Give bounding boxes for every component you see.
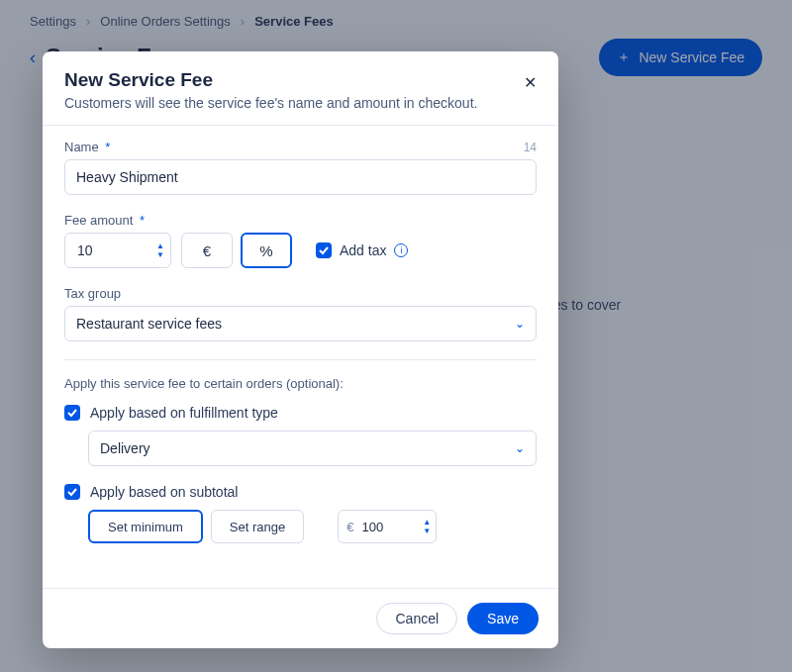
cancel-button[interactable]: Cancel <box>376 603 457 634</box>
apply-section-label: Apply this service fee to certain orders… <box>64 376 537 391</box>
required-asterisk: * <box>140 213 145 228</box>
fee-amount-field: Fee amount * ▲ ▼ € % <box>64 213 537 268</box>
chevron-down-icon[interactable]: ▼ <box>156 250 164 259</box>
save-button[interactable]: Save <box>467 603 539 634</box>
name-label: Name <box>64 140 99 154</box>
name-field: Name * 14 <box>64 140 537 195</box>
subtotal-field: Apply based on subtotal Set minimum Set … <box>64 484 537 543</box>
tax-group-field: Tax group Restaurant service fees ⌄ <box>64 286 537 341</box>
modal-title: New Service Fee <box>64 69 537 91</box>
fee-amount-number-wrap: ▲ ▼ <box>64 233 171 268</box>
fee-amount-label: Fee amount <box>64 213 133 228</box>
add-tax-label: Add tax <box>340 242 386 258</box>
currency-symbol: € <box>346 520 353 534</box>
modal-subtitle: Customers will see the service fee's nam… <box>64 95 537 111</box>
close-button[interactable]: ✕ <box>520 69 541 96</box>
percent-segment-button[interactable]: % <box>241 233 292 268</box>
divider <box>64 359 537 360</box>
minimum-amount-wrap: € ▲ ▼ <box>338 510 437 543</box>
required-asterisk: * <box>105 140 110 154</box>
fee-amount-input[interactable] <box>75 241 148 259</box>
fulfillment-checkbox[interactable] <box>64 405 80 421</box>
check-icon <box>67 487 77 497</box>
minimum-amount-input[interactable] <box>359 519 414 535</box>
currency-segment-button[interactable]: € <box>181 233 233 268</box>
close-icon: ✕ <box>524 74 537 91</box>
name-input[interactable] <box>64 159 537 195</box>
quantity-stepper[interactable]: ▲ ▼ <box>156 238 164 263</box>
fulfillment-select[interactable]: Delivery <box>88 431 537 466</box>
tax-group-label: Tax group <box>64 286 121 301</box>
fulfillment-checkbox-label: Apply based on fulfillment type <box>90 405 278 421</box>
quantity-stepper[interactable]: ▲ ▼ <box>423 515 431 538</box>
fee-unit-segment: € % <box>181 233 292 268</box>
info-icon[interactable]: i <box>394 243 408 257</box>
modal-header: New Service Fee Customers will see the s… <box>43 51 558 126</box>
subtotal-checkbox-label: Apply based on subtotal <box>90 484 238 500</box>
check-icon <box>67 408 77 418</box>
subtotal-checkbox[interactable] <box>64 484 80 500</box>
set-range-button[interactable]: Set range <box>211 510 304 543</box>
subtotal-mode-segment: Set minimum Set range <box>88 510 304 543</box>
tax-group-select[interactable]: Restaurant service fees <box>64 306 537 341</box>
modal-body: Name * 14 Fee amount * ▲ ▼ <box>43 126 558 588</box>
chevron-up-icon[interactable]: ▲ <box>423 518 431 527</box>
name-char-counter: 14 <box>524 141 537 154</box>
set-minimum-button[interactable]: Set minimum <box>88 510 203 543</box>
fulfillment-type-field: Apply based on fulfillment type Delivery… <box>64 405 537 466</box>
chevron-up-icon[interactable]: ▲ <box>156 241 164 250</box>
check-icon <box>319 245 329 255</box>
modal-footer: Cancel Save <box>43 588 558 648</box>
chevron-down-icon[interactable]: ▼ <box>423 527 431 535</box>
new-service-fee-modal: New Service Fee Customers will see the s… <box>43 51 558 648</box>
add-tax-checkbox[interactable] <box>316 242 332 258</box>
